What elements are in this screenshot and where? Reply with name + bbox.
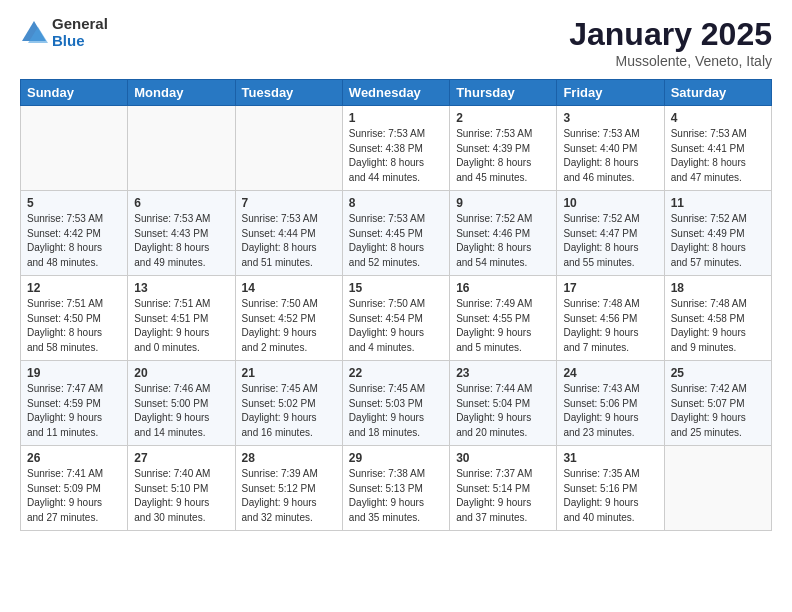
table-row: 29Sunrise: 7:38 AM Sunset: 5:13 PM Dayli… [342,446,449,531]
col-tuesday: Tuesday [235,80,342,106]
day-info: Sunrise: 7:52 AM Sunset: 4:49 PM Dayligh… [671,212,765,270]
day-number: 16 [456,281,550,295]
day-number: 26 [27,451,121,465]
table-row: 8Sunrise: 7:53 AM Sunset: 4:45 PM Daylig… [342,191,449,276]
logo-general: General [52,16,108,33]
table-row: 22Sunrise: 7:45 AM Sunset: 5:03 PM Dayli… [342,361,449,446]
week-row-3: 19Sunrise: 7:47 AM Sunset: 4:59 PM Dayli… [21,361,772,446]
day-number: 30 [456,451,550,465]
day-number: 19 [27,366,121,380]
day-info: Sunrise: 7:39 AM Sunset: 5:12 PM Dayligh… [242,467,336,525]
weekday-row: Sunday Monday Tuesday Wednesday Thursday… [21,80,772,106]
day-info: Sunrise: 7:53 AM Sunset: 4:38 PM Dayligh… [349,127,443,185]
day-info: Sunrise: 7:53 AM Sunset: 4:39 PM Dayligh… [456,127,550,185]
day-number: 21 [242,366,336,380]
day-number: 17 [563,281,657,295]
table-row: 3Sunrise: 7:53 AM Sunset: 4:40 PM Daylig… [557,106,664,191]
table-row: 2Sunrise: 7:53 AM Sunset: 4:39 PM Daylig… [450,106,557,191]
page: General Blue January 2025 Mussolente, Ve… [0,0,792,541]
day-number: 27 [134,451,228,465]
logo-blue: Blue [52,33,108,50]
day-info: Sunrise: 7:40 AM Sunset: 5:10 PM Dayligh… [134,467,228,525]
day-info: Sunrise: 7:53 AM Sunset: 4:40 PM Dayligh… [563,127,657,185]
day-info: Sunrise: 7:44 AM Sunset: 5:04 PM Dayligh… [456,382,550,440]
logo-text: General Blue [52,16,108,49]
location-subtitle: Mussolente, Veneto, Italy [569,53,772,69]
col-thursday: Thursday [450,80,557,106]
table-row: 15Sunrise: 7:50 AM Sunset: 4:54 PM Dayli… [342,276,449,361]
day-number: 9 [456,196,550,210]
table-row: 18Sunrise: 7:48 AM Sunset: 4:58 PM Dayli… [664,276,771,361]
day-info: Sunrise: 7:53 AM Sunset: 4:45 PM Dayligh… [349,212,443,270]
day-info: Sunrise: 7:35 AM Sunset: 5:16 PM Dayligh… [563,467,657,525]
day-info: Sunrise: 7:45 AM Sunset: 5:03 PM Dayligh… [349,382,443,440]
day-info: Sunrise: 7:45 AM Sunset: 5:02 PM Dayligh… [242,382,336,440]
day-info: Sunrise: 7:42 AM Sunset: 5:07 PM Dayligh… [671,382,765,440]
table-row: 9Sunrise: 7:52 AM Sunset: 4:46 PM Daylig… [450,191,557,276]
day-number: 29 [349,451,443,465]
table-row: 4Sunrise: 7:53 AM Sunset: 4:41 PM Daylig… [664,106,771,191]
table-row: 14Sunrise: 7:50 AM Sunset: 4:52 PM Dayli… [235,276,342,361]
day-number: 10 [563,196,657,210]
table-row: 24Sunrise: 7:43 AM Sunset: 5:06 PM Dayli… [557,361,664,446]
week-row-0: 1Sunrise: 7:53 AM Sunset: 4:38 PM Daylig… [21,106,772,191]
col-saturday: Saturday [664,80,771,106]
table-row: 11Sunrise: 7:52 AM Sunset: 4:49 PM Dayli… [664,191,771,276]
day-number: 5 [27,196,121,210]
day-number: 6 [134,196,228,210]
table-row: 31Sunrise: 7:35 AM Sunset: 5:16 PM Dayli… [557,446,664,531]
table-row [664,446,771,531]
day-number: 4 [671,111,765,125]
table-row [235,106,342,191]
calendar-body: 1Sunrise: 7:53 AM Sunset: 4:38 PM Daylig… [21,106,772,531]
day-info: Sunrise: 7:52 AM Sunset: 4:47 PM Dayligh… [563,212,657,270]
day-number: 8 [349,196,443,210]
day-number: 14 [242,281,336,295]
table-row: 28Sunrise: 7:39 AM Sunset: 5:12 PM Dayli… [235,446,342,531]
day-info: Sunrise: 7:53 AM Sunset: 4:44 PM Dayligh… [242,212,336,270]
table-row: 30Sunrise: 7:37 AM Sunset: 5:14 PM Dayli… [450,446,557,531]
day-info: Sunrise: 7:51 AM Sunset: 4:51 PM Dayligh… [134,297,228,355]
day-number: 1 [349,111,443,125]
logo: General Blue [20,16,108,49]
day-number: 11 [671,196,765,210]
day-info: Sunrise: 7:53 AM Sunset: 4:41 PM Dayligh… [671,127,765,185]
day-number: 3 [563,111,657,125]
table-row: 13Sunrise: 7:51 AM Sunset: 4:51 PM Dayli… [128,276,235,361]
day-info: Sunrise: 7:53 AM Sunset: 4:42 PM Dayligh… [27,212,121,270]
day-info: Sunrise: 7:46 AM Sunset: 5:00 PM Dayligh… [134,382,228,440]
col-sunday: Sunday [21,80,128,106]
month-title: January 2025 [569,16,772,53]
table-row: 21Sunrise: 7:45 AM Sunset: 5:02 PM Dayli… [235,361,342,446]
day-info: Sunrise: 7:49 AM Sunset: 4:55 PM Dayligh… [456,297,550,355]
table-row: 5Sunrise: 7:53 AM Sunset: 4:42 PM Daylig… [21,191,128,276]
day-info: Sunrise: 7:53 AM Sunset: 4:43 PM Dayligh… [134,212,228,270]
col-wednesday: Wednesday [342,80,449,106]
table-row: 27Sunrise: 7:40 AM Sunset: 5:10 PM Dayli… [128,446,235,531]
week-row-1: 5Sunrise: 7:53 AM Sunset: 4:42 PM Daylig… [21,191,772,276]
title-area: January 2025 Mussolente, Veneto, Italy [569,16,772,69]
day-info: Sunrise: 7:47 AM Sunset: 4:59 PM Dayligh… [27,382,121,440]
day-number: 7 [242,196,336,210]
table-row: 12Sunrise: 7:51 AM Sunset: 4:50 PM Dayli… [21,276,128,361]
table-row: 26Sunrise: 7:41 AM Sunset: 5:09 PM Dayli… [21,446,128,531]
table-row: 7Sunrise: 7:53 AM Sunset: 4:44 PM Daylig… [235,191,342,276]
header: General Blue January 2025 Mussolente, Ve… [20,16,772,69]
day-info: Sunrise: 7:48 AM Sunset: 4:56 PM Dayligh… [563,297,657,355]
table-row: 17Sunrise: 7:48 AM Sunset: 4:56 PM Dayli… [557,276,664,361]
table-row: 19Sunrise: 7:47 AM Sunset: 4:59 PM Dayli… [21,361,128,446]
day-number: 23 [456,366,550,380]
calendar: Sunday Monday Tuesday Wednesday Thursday… [20,79,772,531]
day-number: 25 [671,366,765,380]
logo-icon [20,19,48,47]
day-number: 13 [134,281,228,295]
day-info: Sunrise: 7:41 AM Sunset: 5:09 PM Dayligh… [27,467,121,525]
day-info: Sunrise: 7:52 AM Sunset: 4:46 PM Dayligh… [456,212,550,270]
table-row: 20Sunrise: 7:46 AM Sunset: 5:00 PM Dayli… [128,361,235,446]
table-row: 6Sunrise: 7:53 AM Sunset: 4:43 PM Daylig… [128,191,235,276]
day-number: 24 [563,366,657,380]
table-row: 25Sunrise: 7:42 AM Sunset: 5:07 PM Dayli… [664,361,771,446]
table-row: 10Sunrise: 7:52 AM Sunset: 4:47 PM Dayli… [557,191,664,276]
table-row [128,106,235,191]
day-info: Sunrise: 7:50 AM Sunset: 4:54 PM Dayligh… [349,297,443,355]
